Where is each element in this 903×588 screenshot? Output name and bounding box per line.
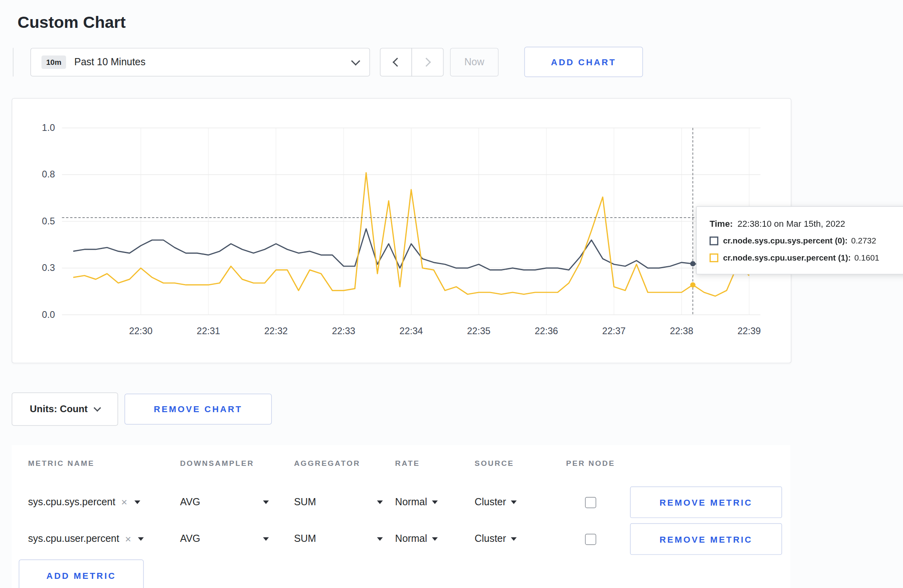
- tooltip-series-value: 0.1601: [854, 253, 880, 262]
- add-metric-button[interactable]: ADD METRIC: [19, 559, 144, 588]
- toolbar-divider: [13, 48, 13, 76]
- tooltip-series-value: 0.2732: [851, 236, 876, 245]
- time-series-chart[interactable]: 22:3022:3122:3222:3322:3422:3522:3622:37…: [12, 99, 791, 363]
- svg-text:22:31: 22:31: [197, 326, 220, 336]
- column-header-rate: RATE: [395, 459, 475, 468]
- svg-text:22:33: 22:33: [332, 326, 356, 336]
- tooltip-time-label: Time:: [710, 218, 733, 228]
- svg-text:22:32: 22:32: [264, 326, 288, 336]
- column-header-aggregator: AGGREGATOR: [294, 459, 395, 468]
- dropdown-caret-icon: [432, 537, 438, 541]
- metric-row: sys.cpu.user.percent × AVG SUM Normal Cl…: [12, 521, 790, 557]
- downsampler-value: AVG: [180, 533, 200, 545]
- table-header-row: METRIC NAME DOWNSAMPLER AGGREGATOR RATE …: [12, 459, 790, 468]
- dropdown-caret-icon: [263, 537, 269, 541]
- dropdown-caret-icon: [432, 500, 438, 504]
- series-color-swatch: [710, 236, 718, 245]
- metric-name-select[interactable]: sys.cpu.sys.percent ×: [28, 496, 180, 508]
- time-range-badge: 10m: [41, 55, 66, 69]
- units-select[interactable]: Units: Count: [12, 392, 118, 426]
- downsampler-value: AVG: [180, 496, 200, 508]
- dropdown-caret-icon: [138, 537, 144, 541]
- chevron-right-icon: [422, 58, 431, 67]
- now-button[interactable]: Now: [450, 48, 498, 76]
- dropdown-caret-icon: [263, 500, 269, 504]
- metric-name: sys.cpu.user.percent: [28, 533, 119, 545]
- downsampler-select[interactable]: AVG: [180, 533, 269, 545]
- dropdown-caret-icon: [511, 537, 517, 541]
- svg-text:0.8: 0.8: [42, 169, 55, 179]
- downsampler-select[interactable]: AVG: [180, 496, 269, 508]
- next-time-button[interactable]: [411, 48, 444, 76]
- aggregator-select[interactable]: SUM: [294, 533, 383, 545]
- tooltip-time-value: 22:38:10 on Mar 15th, 2022: [737, 218, 845, 228]
- svg-text:0.0: 0.0: [42, 310, 55, 320]
- svg-text:22:37: 22:37: [602, 326, 626, 336]
- units-label: Units: Count: [30, 403, 88, 415]
- remove-metric-button[interactable]: REMOVE METRIC: [630, 523, 782, 555]
- time-range-select[interactable]: 10m Past 10 Minutes: [30, 48, 370, 76]
- prev-time-button[interactable]: [380, 48, 412, 76]
- custom-chart-page: Custom Chart 10m Past 10 Minutes Now ADD…: [0, 0, 903, 588]
- source-select[interactable]: Cluster: [475, 496, 516, 508]
- metric-name-select[interactable]: sys.cpu.user.percent ×: [28, 533, 180, 545]
- tooltip-series-label: cr.node.sys.cpu.user.percent (1):: [723, 253, 851, 262]
- rate-select[interactable]: Normal: [395, 496, 438, 508]
- tooltip-series-row: cr.node.sys.cpu.sys.percent (0): 0.2732: [710, 236, 900, 245]
- tooltip-series-label: cr.node.sys.cpu.sys.percent (0):: [723, 236, 848, 245]
- time-range-label: Past 10 Minutes: [74, 56, 145, 68]
- svg-text:22:39: 22:39: [737, 326, 761, 336]
- dropdown-caret-icon: [511, 500, 517, 504]
- clear-metric-icon[interactable]: ×: [125, 533, 131, 545]
- remove-metric-button[interactable]: REMOVE METRIC: [630, 487, 782, 518]
- aggregator-value: SUM: [294, 496, 316, 508]
- time-nav-group: [380, 48, 444, 76]
- rate-select[interactable]: Normal: [395, 533, 438, 545]
- column-header-downsampler: DOWNSAMPLER: [180, 459, 294, 468]
- rate-value: Normal: [395, 533, 427, 545]
- rate-value: Normal: [395, 496, 427, 508]
- svg-text:22:30: 22:30: [129, 326, 152, 336]
- series-color-swatch: [710, 253, 718, 262]
- source-value: Cluster: [475, 496, 506, 508]
- tooltip-series-row: cr.node.sys.cpu.user.percent (1): 0.1601: [710, 253, 900, 262]
- svg-text:22:36: 22:36: [535, 326, 558, 336]
- chart-tooltip: Time: 22:38:10 on Mar 15th, 2022 cr.node…: [696, 206, 903, 275]
- per-node-checkbox[interactable]: [585, 497, 596, 508]
- chart-panel: 22:3022:3122:3222:3322:3422:3522:3622:37…: [12, 98, 791, 363]
- dropdown-caret-icon: [134, 500, 140, 504]
- chevron-down-icon: [351, 56, 360, 66]
- per-node-checkbox[interactable]: [585, 533, 596, 545]
- source-select[interactable]: Cluster: [475, 533, 516, 545]
- svg-text:22:34: 22:34: [399, 326, 423, 336]
- metric-name: sys.cpu.sys.percent: [28, 496, 115, 508]
- column-header-per-node: PER NODE: [551, 459, 630, 468]
- metrics-table: METRIC NAME DOWNSAMPLER AGGREGATOR RATE …: [12, 445, 790, 588]
- aggregator-value: SUM: [294, 533, 316, 545]
- svg-text:0.5: 0.5: [42, 216, 55, 226]
- svg-text:22:38: 22:38: [670, 326, 693, 336]
- dropdown-caret-icon: [377, 500, 383, 504]
- svg-text:1.0: 1.0: [42, 123, 55, 133]
- clear-metric-icon[interactable]: ×: [121, 496, 127, 508]
- aggregator-select[interactable]: SUM: [294, 496, 383, 508]
- svg-text:0.3: 0.3: [42, 263, 55, 273]
- chevron-left-icon: [393, 58, 402, 67]
- column-header-source: SOURCE: [475, 459, 551, 468]
- page-title: Custom Chart: [18, 13, 126, 32]
- svg-text:22:35: 22:35: [467, 326, 491, 336]
- source-value: Cluster: [475, 533, 506, 545]
- dropdown-caret-icon: [377, 537, 383, 541]
- remove-chart-button[interactable]: REMOVE CHART: [125, 393, 272, 424]
- metric-row: sys.cpu.sys.percent × AVG SUM Normal Clu…: [12, 484, 790, 521]
- column-header-metric-name: METRIC NAME: [28, 459, 180, 468]
- add-chart-button[interactable]: ADD CHART: [524, 47, 643, 77]
- chevron-down-icon: [94, 404, 101, 412]
- tooltip-time-row: Time: 22:38:10 on Mar 15th, 2022: [710, 218, 900, 228]
